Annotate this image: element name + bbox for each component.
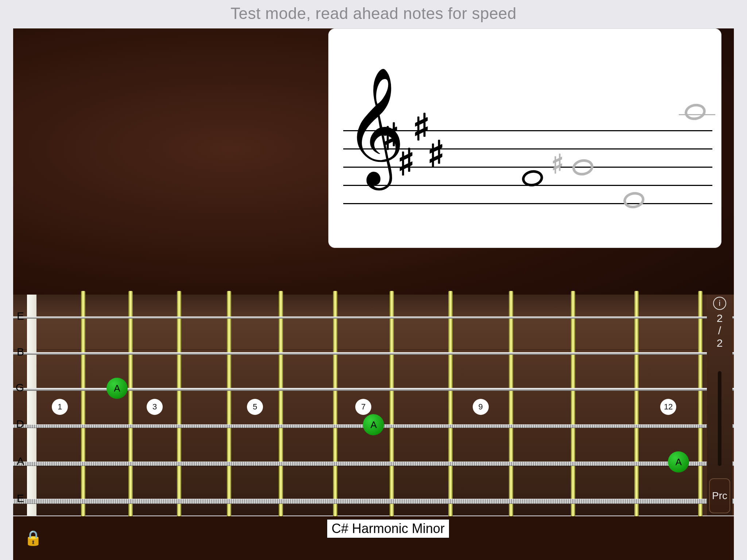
fret-wire [227,291,231,519]
upcoming-note [684,102,707,121]
mode-subtitle: Test mode, read ahead notes for speed [0,0,747,23]
fretboard[interactable]: EBGDAE 1357912 AAA i 2 / 2 Prc [13,295,734,516]
string-a4[interactable] [13,462,734,466]
info-icon[interactable]: i [713,297,726,310]
practice-button[interactable]: Prc [709,478,730,513]
lock-icon[interactable]: 🔒 [24,529,42,547]
fret-wire [128,291,133,519]
wood-grain [13,349,734,350]
fret-marker: 7 [355,399,371,415]
fret-wire [333,291,337,519]
string-e0[interactable] [13,316,734,319]
fret-wire [448,291,453,519]
string-b1[interactable] [13,352,734,355]
fret-wire [81,291,85,519]
open-string-label: B [13,346,24,358]
sharp-icon: ♯ [397,145,415,181]
fret-marker: 9 [473,399,489,415]
staff-line [343,203,712,204]
bottom-bar: 🔒 C# Harmonic Minor [13,516,734,560]
open-string-label: E [13,310,24,322]
fret-marker: 12 [660,399,676,415]
tempo-slider[interactable] [718,371,721,466]
score-correct: 2 [717,312,723,324]
fret-wire [634,291,639,519]
fret-marker: 3 [147,399,163,415]
fret-wire [509,291,513,519]
upcoming-note [571,158,595,177]
score-total: 2 [717,337,723,349]
fret-wire [698,291,703,519]
string-e5[interactable] [13,499,734,504]
fret-wire [571,291,575,519]
sharp-icon: ♯ [427,137,445,173]
nut [27,295,36,516]
fret-wire [177,291,181,519]
fret-marker: 1 [52,399,68,415]
note-dot[interactable]: A [107,378,128,399]
fret-marker: 5 [247,399,263,415]
scale-label[interactable]: C# Harmonic Minor [327,519,449,538]
open-string-label: E [13,492,24,505]
note-dot[interactable]: A [363,414,384,435]
upcoming-note [622,190,646,210]
wood-grain [13,466,734,467]
open-string-label: A [13,455,24,467]
fret-wire [279,291,283,519]
score-divider: / [718,324,721,337]
sharp-icon: ♯ [551,151,564,178]
staff-panel: 𝄞 ♯ ♯ ♯ ♯ ♯ [328,28,721,248]
note-dot[interactable]: A [668,451,689,472]
fret-wire [390,291,394,519]
open-string-label: D [13,418,24,430]
open-string-label: G [13,381,24,394]
sharp-icon: ♯ [382,119,399,156]
side-panel: i 2 / 2 Prc [707,295,732,516]
